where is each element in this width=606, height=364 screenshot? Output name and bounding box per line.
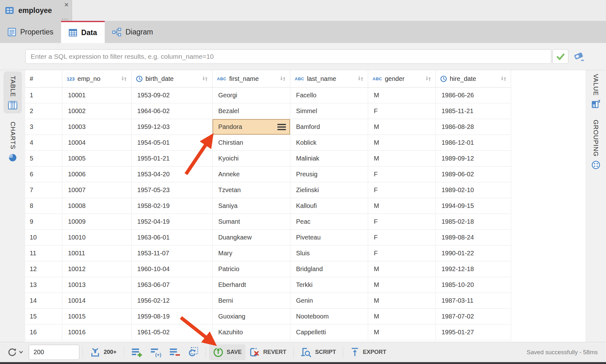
table-cell[interactable]: 1959-08-19 xyxy=(132,309,213,325)
row-number-cell[interactable]: 11 xyxy=(25,246,62,261)
rail-item-grouping[interactable]: GROUPING xyxy=(585,120,606,169)
tab-data[interactable]: Data xyxy=(61,21,105,43)
sort-icon[interactable] xyxy=(121,76,127,82)
table-cell[interactable]: 1959-12-03 xyxy=(132,119,213,135)
table-cell[interactable]: 10015 xyxy=(62,309,132,325)
export-button[interactable]: EXPORT xyxy=(346,344,390,360)
table-cell[interactable]: 1989-02-10 xyxy=(436,182,511,198)
row-number-cell[interactable]: 9 xyxy=(25,214,62,230)
table-cell[interactable]: Tzvetan xyxy=(213,182,290,198)
table-cell[interactable]: 1961-05-02 xyxy=(132,325,213,340)
column-header-row-num[interactable]: # xyxy=(25,70,62,88)
table-cell[interactable]: 1987-03-11 xyxy=(436,293,511,309)
column-header-last-name[interactable]: ABC last_name xyxy=(290,70,368,88)
table-cell[interactable]: 10010 xyxy=(62,230,132,246)
row-number-cell[interactable]: 16 xyxy=(25,325,62,340)
row-number-cell[interactable]: 12 xyxy=(25,261,62,277)
row-number-cell[interactable]: 14 xyxy=(25,293,62,309)
table-cell[interactable]: Bridgland xyxy=(290,261,368,277)
table-cell[interactable]: 1956-02-12 xyxy=(132,293,213,309)
table-cell[interactable]: 1989-06-02 xyxy=(436,167,511,182)
table-cell[interactable]: Kyoichi xyxy=(213,151,290,167)
table-cell[interactable]: 10003 xyxy=(62,119,132,135)
sort-icon[interactable] xyxy=(500,76,507,82)
table-cell[interactable]: 1989-08-24 xyxy=(436,230,511,246)
table-cell[interactable]: Chirstian xyxy=(213,135,290,151)
table-cell[interactable]: 1953-09-02 xyxy=(132,88,213,103)
table-cell[interactable]: 1954-05-01 xyxy=(132,135,213,151)
table-cell[interactable]: Nooteboom xyxy=(290,309,368,325)
sql-filter-input[interactable] xyxy=(25,49,551,64)
table-cell[interactable]: 10006 xyxy=(62,167,132,182)
rail-item-value[interactable]: VALUE xyxy=(585,74,606,108)
row-number-cell[interactable]: 3 xyxy=(25,119,62,135)
table-cell[interactable]: F xyxy=(368,230,436,246)
table-cell[interactable]: Berni xyxy=(213,293,290,309)
table-cell[interactable]: 10004 xyxy=(62,135,132,151)
table-cell[interactable]: 1987-07-02 xyxy=(436,309,511,325)
add-row-button[interactable] xyxy=(127,344,146,360)
table-cell[interactable]: M xyxy=(368,119,436,135)
refresh-button[interactable] xyxy=(7,347,23,358)
table-cell[interactable]: 1953-11-07 xyxy=(132,246,213,261)
table-cell[interactable]: 1986-12-01 xyxy=(436,135,511,151)
table-cell[interactable]: 1990-01-22 xyxy=(436,246,511,261)
table-cell[interactable]: Piveteau xyxy=(290,230,368,246)
row-number-cell[interactable]: 4 xyxy=(25,135,62,151)
selected-cell[interactable]: Pandora xyxy=(213,119,290,135)
delete-row-button[interactable] xyxy=(165,344,184,360)
table-cell[interactable]: 1992-12-18 xyxy=(436,261,511,277)
table-cell[interactable]: 1953-04-20 xyxy=(132,167,213,182)
table-cell[interactable]: Bamford xyxy=(290,119,368,135)
table-cell[interactable]: 1985-11-21 xyxy=(436,103,511,119)
table-cell[interactable]: 10009 xyxy=(62,214,132,230)
table-cell[interactable]: Terkki xyxy=(290,277,368,293)
table-cell[interactable]: 1957-05-23 xyxy=(132,182,213,198)
table-cell[interactable]: 10008 xyxy=(62,198,132,214)
sort-icon[interactable] xyxy=(279,76,286,82)
table-cell[interactable]: 1986-06-26 xyxy=(436,88,511,103)
table-cell[interactable]: Facello xyxy=(290,88,368,103)
table-cell[interactable]: F xyxy=(368,214,436,230)
table-cell[interactable]: Duangkaew xyxy=(213,230,290,246)
table-cell[interactable]: 10001 xyxy=(62,88,132,103)
table-cell[interactable]: 1994-09-15 xyxy=(436,198,511,214)
table-cell[interactable]: 1985-02-18 xyxy=(436,214,511,230)
table-cell[interactable]: Peac xyxy=(290,214,368,230)
tab-properties[interactable]: Properties xyxy=(0,21,61,43)
apply-filter-button[interactable] xyxy=(553,49,568,64)
table-cell[interactable]: 10016 xyxy=(62,325,132,340)
sort-icon[interactable] xyxy=(425,76,432,82)
ellipsis-icon[interactable]: … xyxy=(61,14,69,21)
table-cell[interactable]: 10002 xyxy=(62,103,132,119)
table-cell[interactable]: M xyxy=(368,277,436,293)
table-cell[interactable]: 1952-04-19 xyxy=(132,214,213,230)
hamburger-icon[interactable] xyxy=(277,124,286,131)
table-cell[interactable]: 10014 xyxy=(62,293,132,309)
rail-item-charts[interactable]: CHARTS xyxy=(0,122,25,162)
table-cell[interactable]: Anneke xyxy=(213,167,290,182)
table-cell[interactable]: M xyxy=(368,151,436,167)
table-cell[interactable]: 10007 xyxy=(62,182,132,198)
table-cell[interactable]: M xyxy=(368,198,436,214)
column-header-first-name[interactable]: ABC first_name xyxy=(213,70,290,88)
table-cell[interactable]: 1964-06-02 xyxy=(132,103,213,119)
table-cell[interactable]: F xyxy=(368,246,436,261)
column-header-gender[interactable]: ABC gender xyxy=(368,70,436,88)
duplicate-row-button[interactable]: (+) xyxy=(146,344,165,360)
table-cell[interactable]: 1955-01-21 xyxy=(132,151,213,167)
table-cell[interactable]: 1995-01-27 xyxy=(436,325,511,340)
row-number-cell[interactable]: 6 xyxy=(25,167,62,182)
table-cell[interactable]: 1958-02-19 xyxy=(132,198,213,214)
sort-icon[interactable] xyxy=(357,76,364,82)
table-cell[interactable]: M xyxy=(368,261,436,277)
table-cell[interactable]: 1963-06-07 xyxy=(132,277,213,293)
table-cell[interactable]: Eberhardt xyxy=(213,277,290,293)
close-icon[interactable]: × xyxy=(64,1,69,9)
table-cell[interactable]: Bezalel xyxy=(213,103,290,119)
table-cell[interactable]: Patricio xyxy=(213,261,290,277)
table-cell[interactable]: 10012 xyxy=(62,261,132,277)
rail-item-table[interactable]: TABLE xyxy=(3,71,22,113)
row-number-cell[interactable]: 2 xyxy=(25,103,62,119)
column-header-hire-date[interactable]: hire_date xyxy=(436,70,511,88)
